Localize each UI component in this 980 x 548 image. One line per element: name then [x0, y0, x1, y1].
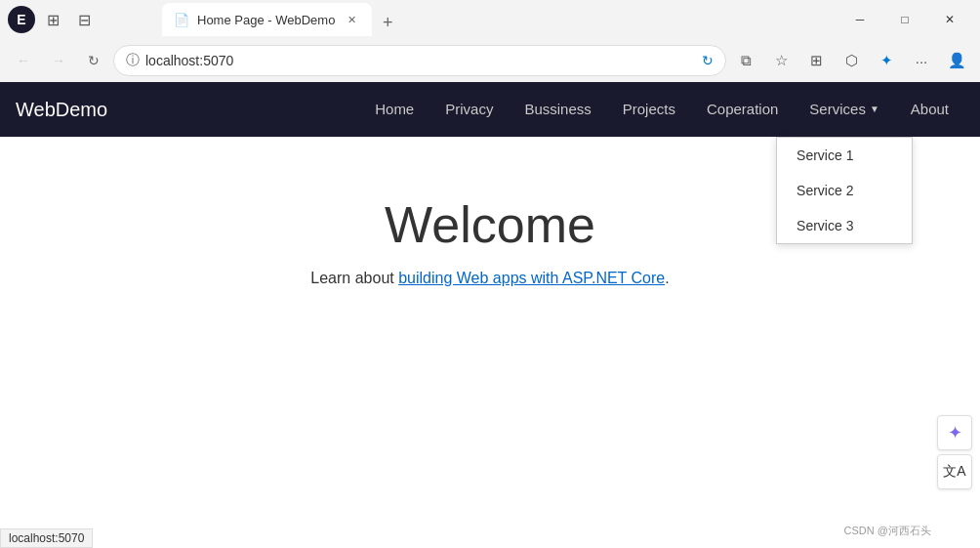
subtitle-text: Learn about [310, 270, 398, 286]
dropdown-caret-icon: ▼ [870, 82, 879, 137]
new-tab-button[interactable]: + [374, 9, 401, 36]
edge-refresh-icon: ↻ [702, 53, 714, 68]
profile-button[interactable]: 👤 [941, 45, 972, 76]
tab-favicon: 📄 [174, 13, 189, 27]
collections-icon[interactable]: ⊞ [800, 45, 832, 76]
ai-sparkle-button[interactable]: ✦ [937, 415, 972, 450]
asp-link[interactable]: building Web apps with ASP.NET Core [398, 270, 665, 286]
dropdown-service1[interactable]: Service 1 [777, 138, 912, 173]
site-brand[interactable]: WebDemo [16, 99, 107, 121]
dropdown-service3[interactable]: Service 3 [777, 208, 912, 243]
site-nav: WebDemo Home Privacy Bussiness Projects … [0, 82, 980, 137]
welcome-subtitle: Learn about building Web apps with ASP.N… [310, 270, 669, 287]
browser-frame: E ⊞ ⊟ 📄 Home Page - WebDemo ✕ + ─ □ ✕ ← … [0, 0, 980, 548]
url-text: localhost:5070 [145, 53, 696, 68]
favorites-icon[interactable]: ☆ [765, 45, 796, 76]
nav-coperation[interactable]: Coperation [691, 82, 794, 137]
status-bar: localhost:5070 [0, 528, 93, 548]
csdn-watermark: CSDN @河西石头 [844, 524, 931, 538]
dropdown-service2[interactable]: Service 2 [777, 173, 912, 208]
translate-button[interactable]: 文A [937, 454, 972, 489]
split-view-icon[interactable]: ⧉ [730, 45, 761, 76]
sidebar-icon[interactable]: ⊟ [70, 6, 98, 33]
title-bar: E ⊞ ⊟ 📄 Home Page - WebDemo ✕ + ─ □ ✕ [0, 0, 980, 39]
nav-about[interactable]: About [895, 82, 964, 137]
forward-button[interactable]: → [43, 45, 74, 76]
back-button[interactable]: ← [8, 45, 39, 76]
tab-title: Home Page - WebDemo [197, 13, 335, 27]
nav-links: Home Privacy Bussiness Projects Coperati… [359, 82, 964, 137]
nav-services-wrapper: Services ▼ Service 1 Service 2 Service 3 [794, 82, 894, 137]
maximize-button[interactable]: □ [882, 5, 927, 34]
browser-logo: E [8, 6, 35, 33]
close-button[interactable]: ✕ [927, 5, 972, 34]
nav-bussiness[interactable]: Bussiness [509, 82, 606, 137]
subtitle-end: . [665, 270, 669, 286]
webpage: WebDemo Home Privacy Bussiness Projects … [0, 82, 980, 548]
info-icon: ⓘ [126, 52, 140, 69]
address-input[interactable]: ⓘ localhost:5070 ↻ [113, 45, 726, 76]
nav-privacy[interactable]: Privacy [429, 82, 509, 137]
browser-ai-icon[interactable]: ✦ [871, 45, 902, 76]
window-controls: ─ □ ✕ [837, 5, 972, 34]
address-bar: ← → ↻ ⓘ localhost:5070 ↻ ⧉ ☆ ⊞ ⬡ ✦ ··· 👤 [0, 39, 980, 82]
more-button[interactable]: ··· [906, 45, 937, 76]
tab-bar: 📄 Home Page - WebDemo ✕ + [154, 3, 409, 36]
nav-home[interactable]: Home [359, 82, 429, 137]
floating-buttons: ✦ 文A [937, 415, 972, 489]
refresh-button[interactable]: ↻ [78, 45, 109, 76]
minimize-button[interactable]: ─ [837, 5, 882, 34]
nav-projects[interactable]: Projects [607, 82, 691, 137]
tab-close-button[interactable]: ✕ [343, 11, 360, 28]
active-tab[interactable]: 📄 Home Page - WebDemo ✕ [162, 3, 372, 36]
status-url: localhost:5070 [9, 531, 84, 545]
welcome-title: Welcome [385, 195, 595, 254]
services-dropdown-menu: Service 1 Service 2 Service 3 [776, 137, 913, 244]
extensions-icon[interactable]: ⊞ [39, 6, 66, 33]
nav-services[interactable]: Services ▼ [794, 82, 894, 137]
browser-wallet-icon[interactable]: ⬡ [836, 45, 867, 76]
